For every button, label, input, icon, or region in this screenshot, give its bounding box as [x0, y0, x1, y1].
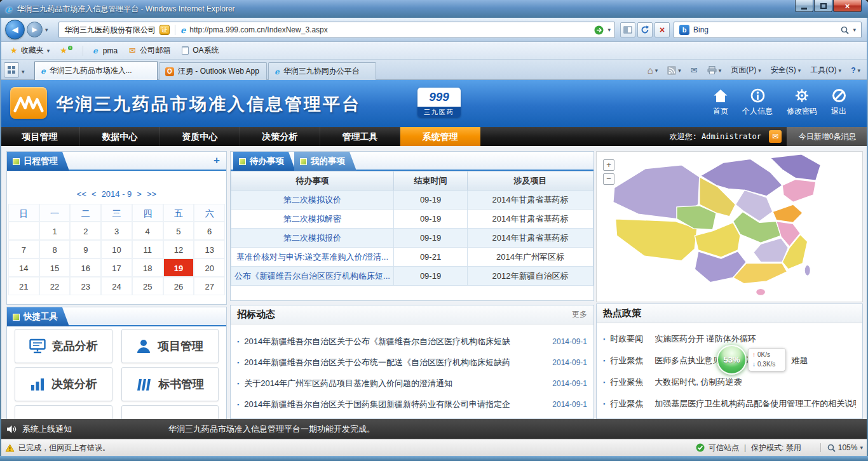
menu-decision-analysis[interactable]: 决策分析 — [240, 127, 320, 146]
new-message-counter[interactable]: 今日新增0条消息 — [787, 127, 868, 146]
calendar-day[interactable]: 26 — [163, 277, 194, 295]
decision-analysis-button[interactable]: 决策分析 — [15, 367, 112, 401]
zoom-control[interactable]: 105% ▾ — [820, 443, 863, 452]
calendar-day[interactable]: 24 — [101, 277, 132, 295]
change-password-link[interactable]: 修改密码 — [787, 88, 817, 117]
home-link[interactable]: 首页 — [713, 88, 728, 117]
search-dropdown[interactable]: ▾ — [853, 27, 856, 33]
feeds-button[interactable]: ▾ — [665, 65, 684, 76]
bid-document-management-button[interactable]: 标书管理 — [121, 367, 219, 401]
calendar-day[interactable]: 27 — [194, 277, 225, 295]
close-button[interactable]: × — [833, 0, 862, 12]
calendar-day[interactable]: 11 — [132, 240, 163, 258]
todo-task-link[interactable]: 公布《新疆维吾尔自治区医疗机构临床短... — [231, 267, 394, 286]
page-menu-button[interactable]: 页面(P) ▾ — [728, 63, 764, 77]
map-zoom-in-button[interactable]: + — [603, 159, 614, 171]
logout-link[interactable]: 退出 — [831, 88, 846, 117]
address-bar[interactable]: 华润三九医药股份有限公司 证 e http://pma.999.com.cn/I… — [58, 22, 615, 38]
calendar-day[interactable]: 2 — [70, 222, 101, 240]
news-item[interactable]: ▪ 关于2014年广州军区药品项目基准购入价问题的澄清通知 2014-09-1 — [231, 373, 593, 394]
forward-button[interactable]: ▶ — [27, 22, 43, 37]
calendar-day[interactable]: 15 — [39, 258, 71, 277]
refresh-button[interactable] — [637, 22, 653, 37]
browser-tab-3[interactable]: e 华润三九协同办公平台 — [268, 62, 376, 80]
quick-tabs-dropdown[interactable]: ▾ — [22, 69, 25, 75]
calendar-day[interactable]: 16 — [70, 258, 101, 277]
calendar-day[interactable]: 1 — [39, 222, 71, 240]
calendar-day[interactable]: 8 — [39, 240, 71, 258]
favorite-item-oa[interactable]: OA系统 — [175, 43, 224, 58]
calendar-day[interactable]: 13 — [194, 240, 225, 258]
certificate-icon[interactable]: 证 — [159, 25, 170, 35]
speed-box[interactable]: ↑0K/s ↓0.3K/s — [748, 348, 786, 371]
browser-tab-2[interactable]: O 汪勇 - Outlook Web App — [159, 62, 267, 80]
policy-item[interactable]: ▪ 行业聚焦 大数据时代, 仿制药逆袭 — [597, 371, 862, 393]
calendar-day[interactable]: 22 — [39, 277, 71, 295]
compatibility-view-button[interactable] — [620, 22, 635, 37]
quick-tools-tab[interactable]: 快捷工具 — [7, 307, 69, 326]
map-zoom-out-button[interactable]: − — [603, 173, 614, 185]
home-button[interactable]: ⌂ ▾ — [645, 64, 661, 76]
favorites-button[interactable]: ★ 收藏夹 ▾ — [5, 43, 55, 58]
calendar-day-selected[interactable]: 19 — [163, 258, 194, 277]
calendar-day[interactable]: 7 — [8, 240, 39, 258]
browser-tab-1[interactable]: e 华润三九药品市场准入... — [34, 61, 158, 80]
project-management-button[interactable]: 项目管理 — [121, 329, 219, 363]
print-button[interactable]: ▾ — [705, 65, 724, 76]
menu-data-center[interactable]: 数据中心 — [80, 127, 160, 146]
todo-tab[interactable]: 待办事项 — [233, 152, 295, 171]
add-schedule-icon[interactable]: + — [214, 154, 220, 167]
calendar-day[interactable]: 23 — [70, 277, 101, 295]
help-button[interactable]: ? ▾ — [848, 65, 863, 76]
calendar-day[interactable]: 20 — [194, 258, 225, 277]
todo-task-link[interactable]: 第二次模拟议价 — [231, 190, 394, 210]
next-month-button[interactable]: > — [137, 189, 142, 199]
policy-item[interactable]: ▪ 行业聚焦 加强基层医疗卫生机构药品配备使用管理工作的相关说明 — [597, 393, 862, 415]
favorite-item-mail[interactable]: ✉ 公司邮箱 — [123, 43, 175, 58]
minimize-button[interactable] — [795, 0, 813, 12]
competitor-analysis-button[interactable]: 竞品分析 — [15, 329, 112, 363]
news-item[interactable]: ▪ 2014年新疆维吾尔自治区关于国药集团新疆新特药业有限公司申请指定企 201… — [231, 394, 593, 415]
prev-month-button[interactable]: < — [92, 189, 97, 199]
calendar-day[interactable]: 12 — [163, 240, 194, 258]
todo-task-link[interactable]: 基准价核对与申诉:递交基准购入价/澄清... — [231, 248, 394, 267]
safety-menu-button[interactable]: 安全(S) ▾ — [768, 63, 804, 77]
schedule-tab[interactable]: 日程管理 — [7, 152, 69, 171]
address-action-icon[interactable] — [594, 25, 604, 35]
address-dropdown[interactable]: ▾ — [607, 27, 611, 33]
more-link[interactable]: 更多 — [572, 309, 587, 320]
tools-menu-button[interactable]: 工具(O) ▾ — [808, 63, 844, 77]
speed-ball[interactable]: 53% — [717, 345, 747, 375]
stop-button[interactable]: × — [654, 22, 670, 37]
news-item[interactable]: ▪ 2014年新疆维吾尔自治区关于公布《新疆维吾尔自治区医疗机构临床短缺 201… — [231, 331, 593, 352]
calendar-day[interactable]: 17 — [101, 258, 132, 277]
calendar-day[interactable]: 3 — [101, 222, 132, 240]
my-items-tab[interactable]: 我的事项 — [294, 152, 356, 171]
history-dropdown[interactable]: ▾ — [45, 27, 48, 33]
quick-tool-button-partial[interactable] — [15, 405, 112, 419]
prev-year-button[interactable]: << — [77, 189, 86, 199]
zoom-dropdown[interactable]: ▾ — [860, 444, 863, 451]
next-year-button[interactable]: >> — [147, 189, 156, 199]
calendar-day[interactable]: 18 — [132, 258, 163, 277]
menu-qualification-center[interactable]: 资质中心 — [160, 127, 240, 146]
calendar-day[interactable]: 4 — [132, 222, 163, 240]
menu-system-management[interactable]: 系统管理 — [400, 127, 480, 146]
calendar-day[interactable]: 21 — [8, 277, 39, 295]
calendar-day[interactable]: 5 — [163, 222, 194, 240]
news-item[interactable]: ▪ 2014年新疆维吾尔自治区关于公布统一配送《自治区医疗机构临床短缺药 201… — [231, 352, 593, 373]
todo-task-link[interactable]: 第二次模拟报价 — [231, 229, 394, 248]
search-icon[interactable] — [841, 26, 849, 34]
maximize-button[interactable] — [814, 0, 832, 12]
todo-task-link[interactable]: 第二次模拟解密 — [231, 210, 394, 229]
calendar-day[interactable]: 25 — [132, 277, 163, 295]
calendar-day[interactable]: 6 — [194, 222, 225, 240]
calendar-day[interactable]: 14 — [8, 258, 39, 277]
message-envelope-icon[interactable]: ✉ — [769, 130, 782, 143]
favorite-item-pma[interactable]: e pma — [86, 44, 123, 57]
back-button[interactable]: ◀ — [5, 20, 25, 39]
china-map[interactable] — [608, 152, 851, 302]
add-favorite-button[interactable]: ★ + — [55, 44, 80, 57]
menu-management-tools[interactable]: 管理工具 — [320, 127, 400, 146]
profile-link[interactable]: 个人信息 — [742, 88, 773, 117]
